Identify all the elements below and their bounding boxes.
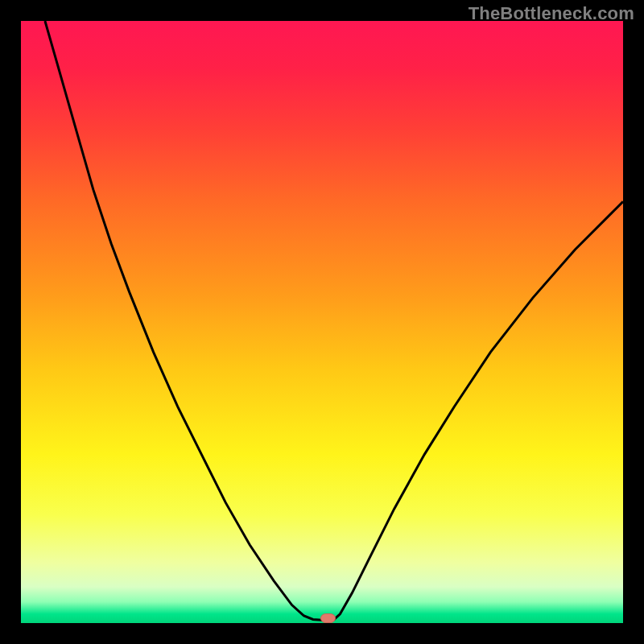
chart-frame: TheBottleneck.com (0, 0, 644, 644)
gradient-rect (21, 21, 623, 623)
optimum-marker (321, 614, 336, 623)
chart-svg (21, 21, 623, 623)
watermark-text: TheBottleneck.com (469, 3, 634, 24)
plot-area (21, 21, 623, 623)
